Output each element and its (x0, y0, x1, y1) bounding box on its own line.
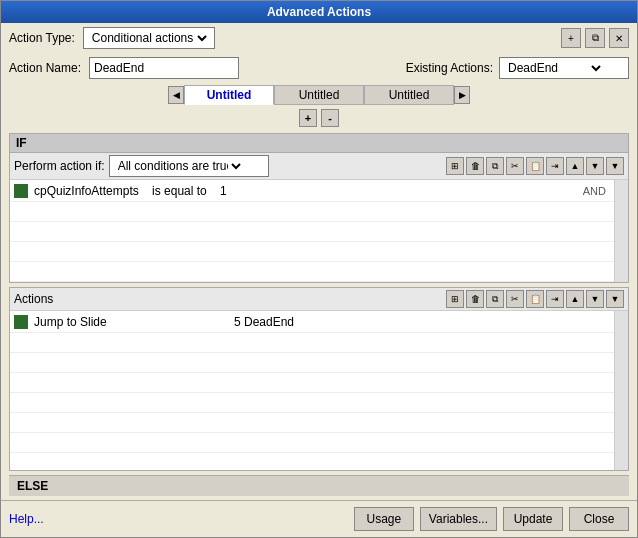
condition-row-0: cpQuizInfoAttempts is equal to 1 AND (10, 180, 614, 202)
action-row-0: Jump to Slide 5 DeadEnd (10, 311, 614, 333)
tabs-row: ◀ Untitled Untitled Untitled ▶ (1, 83, 637, 107)
existing-actions-row: Existing Actions: DeadEnd (406, 57, 629, 79)
duplicate-action-button[interactable]: ⧉ (585, 28, 605, 48)
condition-operator: is equal to (152, 184, 207, 198)
perform-action-label: Perform action if: (14, 159, 105, 173)
action-empty-row-4 (10, 393, 614, 413)
action-name-label: Action Name: (9, 61, 81, 75)
tab-nav-left[interactable]: ◀ (168, 86, 184, 104)
help-link[interactable]: Help... (9, 512, 44, 526)
scroll-down-actions-button[interactable]: ▼ (606, 290, 624, 308)
indent-condition-button[interactable]: ⇥ (546, 157, 564, 175)
copy-action-button[interactable]: ⧉ (486, 290, 504, 308)
cut-action-button[interactable]: ✂ (506, 290, 524, 308)
action-name-row: Action Name: Existing Actions: DeadEnd (1, 53, 637, 83)
action-empty-row-6 (10, 433, 614, 453)
tab-1[interactable]: Untitled (274, 85, 364, 105)
condition-indicator (14, 184, 28, 198)
tab-buttons-row: + - (1, 107, 637, 129)
else-bar: ELSE (9, 475, 629, 496)
actions-toolbar-right: ⊞ 🗑 ⧉ ✂ 📋 ⇥ ▲ ▼ ▼ (446, 290, 624, 308)
paste-action-button[interactable]: 📋 (526, 290, 544, 308)
move-down-condition-button[interactable]: ▼ (586, 157, 604, 175)
add-tab-button[interactable]: + (299, 109, 317, 127)
if-empty-row-2 (10, 222, 614, 242)
scroll-down-if-button[interactable]: ▼ (606, 157, 624, 175)
action-name-input[interactable] (89, 57, 239, 79)
indent-action-button[interactable]: ⇥ (546, 290, 564, 308)
action-type-dropdown[interactable]: Conditional actions Standard actions (88, 30, 210, 46)
delete-condition-button[interactable]: 🗑 (466, 157, 484, 175)
footer-buttons: Usage Variables... Update Close (354, 507, 629, 531)
delete-tab-button[interactable]: - (321, 109, 339, 127)
usage-button[interactable]: Usage (354, 507, 414, 531)
action-empty-row-3 (10, 373, 614, 393)
if-conditions-list: cpQuizInfoAttempts is equal to 1 AND (10, 180, 614, 282)
window-toolbar-icons: + ⧉ ✕ (561, 28, 629, 48)
delete-action-button[interactable]: 🗑 (466, 290, 484, 308)
condition-text-0: cpQuizInfoAttempts is equal to 1 (34, 184, 583, 198)
actions-toolbar: Actions ⊞ 🗑 ⧉ ✂ 📋 ⇥ ▲ ▼ ▼ (10, 288, 628, 311)
footer: Help... Usage Variables... Update Close (1, 500, 637, 537)
tab-2[interactable]: Untitled (364, 85, 454, 105)
title-bar: Advanced Actions (1, 1, 637, 23)
actions-header-label: Actions (14, 292, 53, 306)
copy-condition-button[interactable]: ⧉ (486, 157, 504, 175)
action-empty-row-1 (10, 333, 614, 353)
close-button[interactable]: Close (569, 507, 629, 531)
paste-condition-button[interactable]: 📋 (526, 157, 544, 175)
add-condition-button[interactable]: ⊞ (446, 157, 464, 175)
action-value-0: 5 DeadEnd (234, 315, 610, 329)
condition-variable: cpQuizInfoAttempts (34, 184, 139, 198)
variables-button[interactable]: Variables... (420, 507, 497, 531)
existing-actions-label: Existing Actions: (406, 61, 493, 75)
actions-list: Jump to Slide 5 DeadEnd (10, 311, 614, 470)
if-body: cpQuizInfoAttempts is equal to 1 AND (10, 180, 628, 282)
existing-actions-dropdown[interactable]: DeadEnd (504, 60, 604, 76)
new-action-button[interactable]: + (561, 28, 581, 48)
if-section: IF Perform action if: All conditions are… (9, 133, 629, 283)
condition-type-select[interactable]: All conditions are true Any condition is… (109, 155, 269, 177)
delete-action-button[interactable]: ✕ (609, 28, 629, 48)
action-empty-row-2 (10, 353, 614, 373)
action-indicator-0 (14, 315, 28, 329)
action-type-select[interactable]: Conditional actions Standard actions (83, 27, 215, 49)
move-down-action-button[interactable]: ▼ (586, 290, 604, 308)
tab-0[interactable]: Untitled (184, 85, 274, 105)
condition-value: 1 (220, 184, 227, 198)
add-action-button[interactable]: ⊞ (446, 290, 464, 308)
main-window: Advanced Actions Action Type: Conditiona… (0, 0, 638, 538)
cut-condition-button[interactable]: ✂ (506, 157, 524, 175)
if-empty-row-1 (10, 202, 614, 222)
if-scrollbar[interactable] (614, 180, 628, 282)
if-toolbar: Perform action if: All conditions are tr… (10, 153, 628, 180)
conjunction-label: AND (583, 185, 610, 197)
actions-scrollbar[interactable] (614, 311, 628, 470)
window-title: Advanced Actions (267, 5, 371, 19)
action-empty-row-7 (10, 453, 614, 470)
move-up-condition-button[interactable]: ▲ (566, 157, 584, 175)
if-empty-row-4 (10, 262, 614, 282)
if-empty-row-3 (10, 242, 614, 262)
action-name-0: Jump to Slide (34, 315, 234, 329)
action-type-label: Action Type: (9, 31, 75, 45)
actions-body: Jump to Slide 5 DeadEnd (10, 311, 628, 470)
condition-type-dropdown[interactable]: All conditions are true Any condition is… (114, 158, 244, 174)
existing-actions-select[interactable]: DeadEnd (499, 57, 629, 79)
tab-nav-right[interactable]: ▶ (454, 86, 470, 104)
update-button[interactable]: Update (503, 507, 563, 531)
main-content: IF Perform action if: All conditions are… (1, 129, 637, 500)
action-empty-row-5 (10, 413, 614, 433)
move-up-action-button[interactable]: ▲ (566, 290, 584, 308)
actions-section: Actions ⊞ 🗑 ⧉ ✂ 📋 ⇥ ▲ ▼ ▼ (9, 287, 629, 471)
if-toolbar-right: ⊞ 🗑 ⧉ ✂ 📋 ⇥ ▲ ▼ ▼ (446, 157, 624, 175)
action-type-row: Action Type: Conditional actions Standar… (1, 23, 637, 53)
if-header: IF (10, 134, 628, 153)
